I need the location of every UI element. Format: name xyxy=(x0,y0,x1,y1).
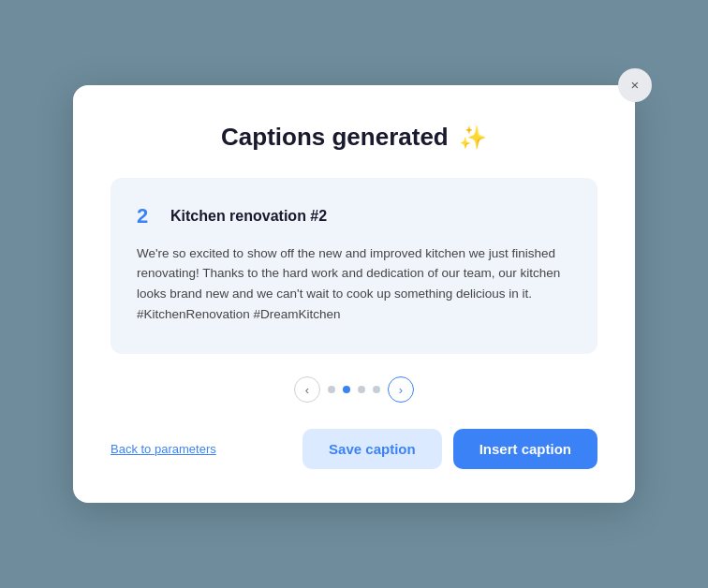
pagination-prev-button[interactable]: ‹ xyxy=(294,376,320,403)
pagination-dot-4[interactable] xyxy=(373,386,380,393)
pagination-next-button[interactable]: › xyxy=(388,376,414,403)
sparkle-icon: ✨ xyxy=(459,125,487,150)
save-caption-button[interactable]: Save caption xyxy=(302,429,442,469)
caption-title: Kitchen renovation #2 xyxy=(170,208,327,225)
close-button[interactable]: × xyxy=(618,68,652,102)
modal-title-text: Captions generated xyxy=(221,123,449,151)
caption-body: We're so excited to show off the new and… xyxy=(137,243,571,324)
pagination-dot-1[interactable] xyxy=(328,386,335,393)
pagination-dot-3[interactable] xyxy=(358,386,365,393)
insert-caption-button[interactable]: Insert caption xyxy=(453,429,597,469)
modal-dialog: × Captions generated ✨ 2 Kitchen renovat… xyxy=(73,85,635,503)
modal-title: Captions generated ✨ xyxy=(111,123,597,152)
pagination-dot-2[interactable] xyxy=(343,386,350,393)
pagination: ‹ › xyxy=(111,376,597,403)
footer-buttons: Save caption Insert caption xyxy=(302,429,597,469)
back-to-parameters-link[interactable]: Back to parameters xyxy=(111,442,216,456)
caption-card: 2 Kitchen renovation #2 We're so excited… xyxy=(111,178,597,354)
caption-number: 2 xyxy=(137,204,159,228)
caption-header: 2 Kitchen renovation #2 xyxy=(137,204,571,228)
modal-footer: Back to parameters Save caption Insert c… xyxy=(111,429,597,469)
